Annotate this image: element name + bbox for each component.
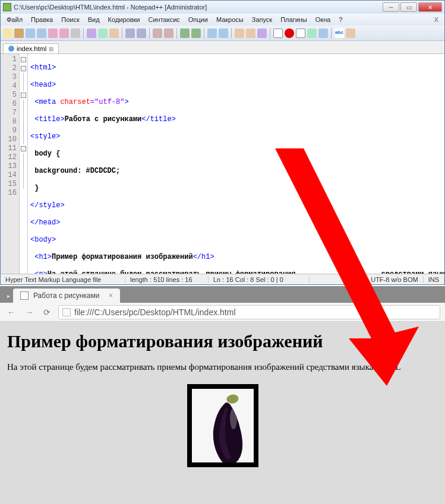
menu-options[interactable]: Опции [185,15,212,24]
menu-edit[interactable]: Правка [27,15,56,24]
eggplant-image [187,384,258,467]
npp-statusbar: Hyper Text Markup Language file length :… [1,274,444,284]
tab-close-icon[interactable]: × [109,291,113,300]
forward-button[interactable]: → [23,306,36,319]
status-position: Ln : 16 Col : 8 Sel : 0 | 0 [209,276,310,283]
menu-plugins[interactable]: Плагины [277,15,311,24]
tb-separator [270,28,270,39]
tb-redo-icon[interactable] [137,28,146,38]
code-area[interactable]: <html> <head> <meta charset="utf-8"> <ti… [28,54,444,274]
tb-find-icon[interactable] [153,28,162,38]
tb-separator [149,28,150,39]
reload-button[interactable]: ⟳ [40,306,53,319]
menu-search[interactable]: Поиск [58,15,83,24]
page-paragraph: На этой странице будем рассматривать при… [7,362,438,372]
tb-showall-icon[interactable] [235,28,244,38]
menu-encoding[interactable]: Кодировки [105,15,144,24]
menu-file[interactable]: Файл [3,15,26,24]
rendered-page: Пример форматирования изображений На это… [0,322,445,504]
npp-file-tab[interactable]: index.html ⊠ [3,43,59,53]
menu-help[interactable]: ? [335,15,346,24]
close-button[interactable]: ✕ [418,2,442,12]
tb-zoomin-icon[interactable] [180,28,190,38]
tb-new-icon[interactable] [3,28,12,38]
tab-overflow-icon[interactable]: ▸ [4,289,13,303]
status-encoding: UTF-8 w/o BOM [366,276,423,283]
tb-indent-icon[interactable] [246,28,255,38]
favicon-icon [20,291,29,300]
tb-spellcheck-icon[interactable]: abc [334,28,344,38]
chrome-browser-window: ▸ Работа с рисунками × ← → ⟳ file:///C:/… [0,286,445,504]
browser-tab-title: Работа с рисунками [33,291,99,300]
npp-editor[interactable]: 1234 5678 9101112 13141516 - - - - <html… [1,54,444,274]
back-button[interactable]: ← [5,306,18,319]
tab-saved-dot-icon [8,46,14,52]
browser-tabstrip: ▸ Работа с рисунками × [0,286,445,303]
svg-point-1 [230,408,237,429]
tb-undo-icon[interactable] [125,28,135,38]
tb-print-icon[interactable] [71,28,80,38]
status-length: length : 510 lines : 16 [125,276,209,283]
browser-addressbar: ← → ⟳ file:///C:/Users/pc/Desktop/HTML/i… [0,303,445,322]
tab-close-icon[interactable]: ⊠ [49,46,53,52]
tb-separator [204,28,204,39]
tb-closeall-icon[interactable] [59,28,69,38]
status-lang: Hyper Text Markup Language file [1,276,125,283]
browser-tab[interactable]: Работа с рисунками × [13,289,120,303]
minimize-button[interactable]: ─ [383,2,399,12]
line-numbers-gutter: 1234 5678 9101112 13141516 [1,54,20,274]
tb-cut-icon[interactable] [87,28,96,38]
fold-gutter: - - - - [20,54,28,274]
menu-windows[interactable]: Окна [312,15,334,24]
notepad-plus-plus-window: C:\Users\pc\Desktop\HTML\index.html - No… [0,0,445,285]
tb-saveall-icon[interactable] [37,28,46,38]
tb-zoomout-icon[interactable] [191,28,201,38]
tb-close-icon[interactable] [48,28,58,38]
npp-menubar: Файл Правка Поиск Вид Кодировки Синтакси… [1,14,444,26]
tb-separator [231,28,232,39]
menubar-close-icon[interactable]: X [431,16,442,23]
tb-doclist-icon[interactable] [346,28,355,38]
status-mode: INS [424,276,444,283]
tab-filename: index.html [17,45,46,52]
npp-app-icon [3,3,11,11]
tb-wrap-icon[interactable] [219,28,228,38]
tb-save-icon[interactable] [26,28,35,38]
tb-separator [331,28,332,39]
image-wrapper [7,384,438,470]
npp-tabstrip: index.html ⊠ [1,41,444,54]
menu-syntax[interactable]: Синтаксис [145,15,184,24]
status-os: dows [341,276,367,283]
tb-open-icon[interactable] [14,28,24,38]
npp-titlebar[interactable]: C:\Users\pc\Desktop\HTML\index.html - No… [1,1,444,14]
tb-sync-icon[interactable] [207,28,217,38]
menu-view[interactable]: Вид [84,15,103,24]
page-h1: Пример форматирования изображений [7,331,438,351]
tb-play-icon[interactable] [296,28,305,38]
tb-folder-icon[interactable] [257,28,267,38]
tb-separator [122,28,122,39]
url-input[interactable]: file:///C:/Users/pc/Desktop/HTML/index.h… [58,305,440,319]
tb-replace-icon[interactable] [164,28,173,38]
tb-playmulti-icon[interactable] [307,28,317,38]
menu-run[interactable]: Запуск [248,15,276,24]
tb-record-icon[interactable] [273,28,283,38]
npp-toolbar: abc [1,26,444,41]
tb-copy-icon[interactable] [98,28,108,38]
tb-savemacro-icon[interactable] [318,28,328,38]
tb-separator [83,28,84,39]
tb-stop-icon[interactable] [285,28,294,38]
page-icon [62,308,71,316]
menu-macros[interactable]: Макросы [213,15,247,24]
url-text: file:///C:/Users/pc/Desktop/HTML/index.h… [74,308,236,317]
tb-paste-icon[interactable] [109,28,119,38]
tb-separator [176,28,177,39]
npp-title: C:\Users\pc\Desktop\HTML\index.html - No… [14,4,383,11]
maximize-button[interactable]: ▭ [400,2,417,12]
